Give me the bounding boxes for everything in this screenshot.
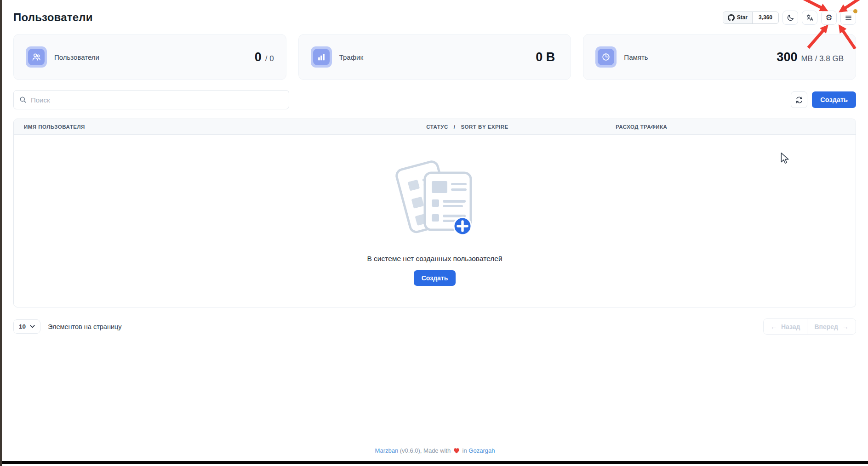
stat-card-users: Пользователи 0 / 0	[13, 34, 286, 80]
marzban-link[interactable]: Marzban	[375, 447, 399, 454]
prev-page-button[interactable]: ← Назад	[764, 319, 807, 334]
users-icon	[31, 52, 41, 62]
empty-state: В системе нет созданных пользователей Со…	[14, 135, 856, 307]
page-title: Пользователи	[13, 11, 93, 24]
bar-chart-icon	[316, 52, 326, 62]
github-star-count[interactable]: 3,360	[753, 12, 778, 23]
window-left-edge	[0, 0, 2, 466]
stat-value: 0 B	[536, 50, 559, 64]
next-page-button[interactable]: Вперед →	[807, 319, 856, 334]
github-icon	[728, 14, 735, 21]
moon-icon	[787, 14, 794, 22]
stat-cards: Пользователи 0 / 0 Трафик 0 B Память 300	[13, 34, 856, 80]
pagination-bar: 10 Элементов на страницу ← Назад Вперед …	[13, 318, 856, 335]
users-table: ИМЯ ПОЛЬЗОВАТЕЛЯ СТАТУС / SORT BY EXPIRE…	[13, 119, 856, 307]
gozargah-link[interactable]: Gozargah	[468, 447, 495, 454]
list-controls: Создать	[13, 90, 856, 109]
per-page-label: Элементов на страницу	[48, 323, 122, 330]
column-header-username[interactable]: ИМЯ ПОЛЬЗОВАТЕЛЯ	[14, 124, 426, 130]
table-header-row: ИМЯ ПОЛЬЗОВАТЕЛЯ СТАТУС / SORT BY EXPIRE…	[14, 119, 856, 135]
stat-card-traffic: Трафик 0 B	[298, 34, 571, 80]
column-header-separator: /	[454, 124, 456, 130]
stat-value: 0 / 0	[255, 50, 274, 64]
pager-group: ← Назад Вперед →	[763, 318, 856, 335]
menu-notification-dot	[853, 9, 857, 13]
theme-toggle-button[interactable]	[782, 11, 798, 25]
column-header-status[interactable]: СТАТУС	[426, 124, 448, 130]
stat-value: 300 MB / 3.8 GB	[777, 50, 844, 64]
column-header-traffic[interactable]: РАСХОД ТРАФИКА	[616, 124, 856, 130]
pie-chart-icon	[601, 52, 611, 62]
empty-state-message: В системе нет созданных пользователей	[367, 255, 502, 263]
page-size-select[interactable]: 10	[13, 319, 40, 334]
right-arrow-icon: →	[842, 323, 849, 330]
refresh-button[interactable]	[791, 91, 807, 108]
heart-icon	[453, 448, 460, 454]
empty-state-illustration	[389, 156, 481, 244]
column-header-sort-by-expire[interactable]: SORT BY EXPIRE	[461, 124, 508, 130]
empty-state-create-button[interactable]: Создать	[414, 270, 456, 286]
stat-label: Трафик	[339, 53, 363, 61]
github-star-button[interactable]: Star	[723, 12, 753, 23]
create-user-button[interactable]: Создать	[812, 91, 856, 108]
top-bar-actions: Star 3,360 ⚙	[723, 11, 856, 25]
search-box[interactable]	[13, 90, 289, 109]
gear-icon: ⚙	[825, 14, 832, 22]
search-icon	[19, 96, 27, 103]
translate-icon	[806, 14, 814, 22]
github-star-label: Star	[737, 14, 748, 21]
language-button[interactable]	[802, 11, 817, 25]
refresh-icon	[795, 96, 803, 104]
stat-card-memory: Память 300 MB / 3.8 GB	[583, 34, 856, 80]
top-bar: Пользователи Star 3,360 ⚙	[13, 8, 856, 27]
left-arrow-icon: ←	[771, 323, 777, 330]
settings-button[interactable]: ⚙	[821, 11, 837, 25]
footer-text-in: in	[463, 447, 467, 454]
menu-button[interactable]	[840, 11, 856, 25]
search-input[interactable]	[31, 96, 283, 104]
hamburger-icon	[845, 14, 852, 22]
stat-label: Память	[624, 53, 648, 61]
stat-label: Пользователи	[54, 53, 99, 61]
users-page: Пользователи Star 3,360 ⚙	[2, 0, 868, 466]
add-plus-icon	[454, 217, 471, 235]
github-star-widget[interactable]: Star 3,360	[723, 11, 779, 24]
page-size-value: 10	[19, 323, 26, 330]
window-bottom-edge	[0, 461, 868, 464]
chevron-down-icon	[30, 325, 35, 328]
footer-text: (v0.6.0), Made with	[400, 447, 451, 454]
footer: Marzban (v0.6.0), Made with in Gozargah	[2, 447, 868, 454]
